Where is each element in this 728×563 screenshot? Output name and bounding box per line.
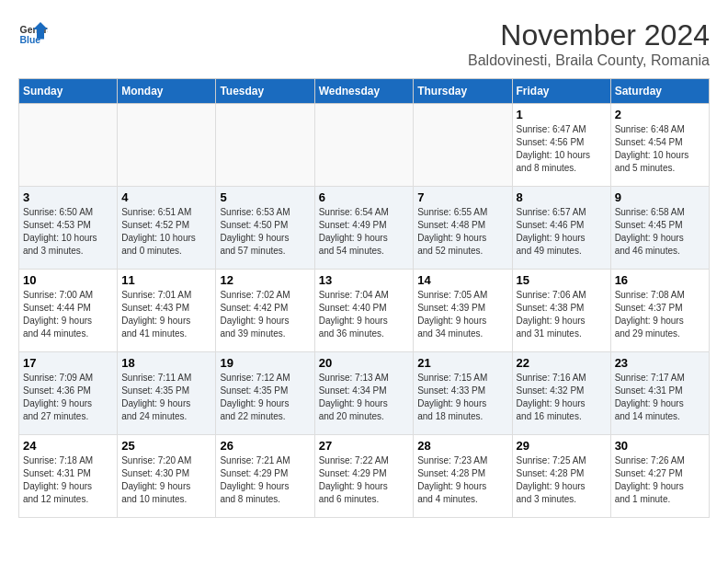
- calendar-cell: 29Sunrise: 7:25 AM Sunset: 4:28 PM Dayli…: [512, 435, 610, 518]
- day-info: Sunrise: 7:21 AM Sunset: 4:29 PM Dayligh…: [220, 454, 310, 506]
- calendar-cell: 26Sunrise: 7:21 AM Sunset: 4:29 PM Dayli…: [216, 435, 314, 518]
- day-number: 24: [23, 439, 113, 453]
- calendar-cell: 8Sunrise: 6:57 AM Sunset: 4:46 PM Daylig…: [512, 187, 610, 270]
- day-number: 25: [121, 439, 211, 453]
- day-info: Sunrise: 7:16 AM Sunset: 4:32 PM Dayligh…: [517, 372, 607, 423]
- day-info: Sunrise: 7:08 AM Sunset: 4:37 PM Dayligh…: [615, 289, 705, 340]
- day-number: 3: [23, 190, 113, 204]
- day-info: Sunrise: 6:47 AM Sunset: 4:56 PM Dayligh…: [517, 123, 607, 175]
- day-number: 12: [220, 273, 310, 287]
- day-info: Sunrise: 6:54 AM Sunset: 4:49 PM Dayligh…: [319, 206, 410, 258]
- day-number: 30: [615, 439, 705, 453]
- day-number: 16: [615, 273, 705, 287]
- day-info: Sunrise: 7:02 AM Sunset: 4:42 PM Dayligh…: [220, 289, 310, 340]
- week-row-5: 24Sunrise: 7:18 AM Sunset: 4:31 PM Dayli…: [19, 435, 710, 518]
- day-info: Sunrise: 7:17 AM Sunset: 4:31 PM Dayligh…: [615, 372, 705, 423]
- calendar-cell: 2Sunrise: 6:48 AM Sunset: 4:54 PM Daylig…: [610, 104, 709, 187]
- month-title: November 2024: [468, 18, 710, 52]
- calendar-cell: 10Sunrise: 7:00 AM Sunset: 4:44 PM Dayli…: [19, 270, 118, 352]
- day-info: Sunrise: 7:25 AM Sunset: 4:28 PM Dayligh…: [517, 454, 607, 506]
- day-info: Sunrise: 6:58 AM Sunset: 4:45 PM Dayligh…: [615, 206, 705, 258]
- column-header-wednesday: Wednesday: [314, 79, 414, 104]
- day-info: Sunrise: 7:11 AM Sunset: 4:35 PM Dayligh…: [121, 372, 211, 423]
- day-info: Sunrise: 6:50 AM Sunset: 4:53 PM Dayligh…: [23, 206, 113, 258]
- location-subtitle: Baldovinesti, Braila County, Romania: [468, 52, 710, 69]
- day-info: Sunrise: 6:55 AM Sunset: 4:48 PM Dayligh…: [417, 206, 507, 258]
- day-info: Sunrise: 7:26 AM Sunset: 4:27 PM Dayligh…: [615, 454, 705, 506]
- day-info: Sunrise: 6:48 AM Sunset: 4:54 PM Dayligh…: [615, 123, 705, 175]
- calendar-cell: 1Sunrise: 6:47 AM Sunset: 4:56 PM Daylig…: [512, 104, 610, 187]
- day-number: 14: [417, 273, 507, 287]
- calendar-cell: 18Sunrise: 7:11 AM Sunset: 4:35 PM Dayli…: [118, 352, 216, 435]
- calendar-cell: 30Sunrise: 7:26 AM Sunset: 4:27 PM Dayli…: [610, 435, 709, 518]
- column-header-tuesday: Tuesday: [216, 79, 314, 104]
- calendar-cell: 13Sunrise: 7:04 AM Sunset: 4:40 PM Dayli…: [314, 270, 414, 352]
- day-info: Sunrise: 6:57 AM Sunset: 4:46 PM Dayligh…: [517, 206, 607, 258]
- day-number: 9: [615, 190, 705, 204]
- week-row-2: 3Sunrise: 6:50 AM Sunset: 4:53 PM Daylig…: [19, 187, 710, 270]
- day-number: 4: [121, 190, 211, 204]
- day-number: 7: [417, 190, 507, 204]
- calendar-cell: 22Sunrise: 7:16 AM Sunset: 4:32 PM Dayli…: [512, 352, 610, 435]
- day-number: 20: [319, 356, 410, 370]
- calendar-cell: 15Sunrise: 7:06 AM Sunset: 4:38 PM Dayli…: [512, 270, 610, 352]
- day-info: Sunrise: 7:20 AM Sunset: 4:30 PM Dayligh…: [121, 454, 211, 506]
- calendar-cell: 17Sunrise: 7:09 AM Sunset: 4:36 PM Dayli…: [19, 352, 118, 435]
- calendar-cell: [216, 104, 314, 187]
- calendar-cell: [19, 104, 118, 187]
- week-row-3: 10Sunrise: 7:00 AM Sunset: 4:44 PM Dayli…: [19, 270, 710, 352]
- week-row-4: 17Sunrise: 7:09 AM Sunset: 4:36 PM Dayli…: [19, 352, 710, 435]
- day-number: 8: [517, 190, 607, 204]
- week-row-1: 1Sunrise: 6:47 AM Sunset: 4:56 PM Daylig…: [19, 104, 710, 187]
- calendar-cell: 6Sunrise: 6:54 AM Sunset: 4:49 PM Daylig…: [314, 187, 414, 270]
- day-info: Sunrise: 7:12 AM Sunset: 4:35 PM Dayligh…: [220, 372, 310, 423]
- column-header-thursday: Thursday: [414, 79, 512, 104]
- day-number: 29: [517, 439, 607, 453]
- day-number: 17: [23, 356, 113, 370]
- calendar-cell: 28Sunrise: 7:23 AM Sunset: 4:28 PM Dayli…: [414, 435, 512, 518]
- calendar-header-row: SundayMondayTuesdayWednesdayThursdayFrid…: [19, 79, 710, 104]
- day-info: Sunrise: 6:53 AM Sunset: 4:50 PM Dayligh…: [220, 206, 310, 258]
- calendar-cell: 21Sunrise: 7:15 AM Sunset: 4:33 PM Dayli…: [414, 352, 512, 435]
- day-info: Sunrise: 7:06 AM Sunset: 4:38 PM Dayligh…: [517, 289, 607, 340]
- calendar-cell: 19Sunrise: 7:12 AM Sunset: 4:35 PM Dayli…: [216, 352, 314, 435]
- day-info: Sunrise: 7:05 AM Sunset: 4:39 PM Dayligh…: [417, 289, 507, 340]
- day-info: Sunrise: 7:18 AM Sunset: 4:31 PM Dayligh…: [23, 454, 113, 506]
- day-number: 28: [417, 439, 507, 453]
- calendar-cell: [314, 104, 414, 187]
- day-number: 26: [220, 439, 310, 453]
- day-number: 6: [319, 190, 410, 204]
- calendar-cell: [414, 104, 512, 187]
- day-number: 27: [319, 439, 410, 453]
- calendar-cell: 27Sunrise: 7:22 AM Sunset: 4:29 PM Dayli…: [314, 435, 414, 518]
- calendar-cell: 14Sunrise: 7:05 AM Sunset: 4:39 PM Dayli…: [414, 270, 512, 352]
- day-info: Sunrise: 7:22 AM Sunset: 4:29 PM Dayligh…: [319, 454, 410, 506]
- day-info: Sunrise: 7:15 AM Sunset: 4:33 PM Dayligh…: [417, 372, 507, 423]
- day-number: 1: [517, 108, 607, 121]
- day-info: Sunrise: 7:04 AM Sunset: 4:40 PM Dayligh…: [319, 289, 410, 340]
- calendar-cell: 3Sunrise: 6:50 AM Sunset: 4:53 PM Daylig…: [19, 187, 118, 270]
- day-number: 23: [615, 356, 705, 370]
- calendar-cell: 23Sunrise: 7:17 AM Sunset: 4:31 PM Dayli…: [610, 352, 709, 435]
- calendar-cell: 5Sunrise: 6:53 AM Sunset: 4:50 PM Daylig…: [216, 187, 314, 270]
- calendar-cell: [118, 104, 216, 187]
- day-info: Sunrise: 6:51 AM Sunset: 4:52 PM Dayligh…: [121, 206, 211, 258]
- day-info: Sunrise: 7:23 AM Sunset: 4:28 PM Dayligh…: [417, 454, 507, 506]
- logo: General Blue: [18, 18, 48, 48]
- calendar-cell: 9Sunrise: 6:58 AM Sunset: 4:45 PM Daylig…: [610, 187, 709, 270]
- calendar-cell: 11Sunrise: 7:01 AM Sunset: 4:43 PM Dayli…: [118, 270, 216, 352]
- day-info: Sunrise: 7:09 AM Sunset: 4:36 PM Dayligh…: [23, 372, 113, 423]
- calendar-cell: 4Sunrise: 6:51 AM Sunset: 4:52 PM Daylig…: [118, 187, 216, 270]
- day-number: 11: [121, 273, 211, 287]
- column-header-monday: Monday: [118, 79, 216, 104]
- title-area: November 2024 Baldovinesti, Braila Count…: [468, 18, 710, 69]
- day-number: 13: [319, 273, 410, 287]
- day-number: 5: [220, 190, 310, 204]
- column-header-saturday: Saturday: [610, 79, 709, 104]
- header: General Blue November 2024 Baldovinesti,…: [18, 18, 710, 69]
- calendar-table: SundayMondayTuesdayWednesdayThursdayFrid…: [18, 78, 710, 518]
- calendar-cell: 12Sunrise: 7:02 AM Sunset: 4:42 PM Dayli…: [216, 270, 314, 352]
- day-number: 10: [23, 273, 113, 287]
- calendar-cell: 20Sunrise: 7:13 AM Sunset: 4:34 PM Dayli…: [314, 352, 414, 435]
- day-number: 18: [121, 356, 211, 370]
